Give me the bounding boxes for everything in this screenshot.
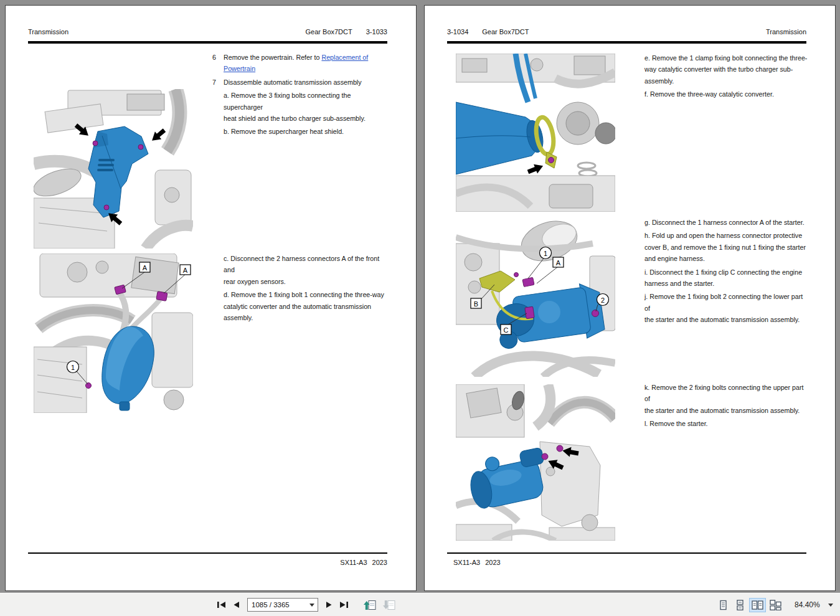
- engine-illustration: [34, 89, 193, 249]
- procedure-steps: g. Disconnect the 1 harness connector A …: [644, 217, 809, 328]
- document-page-right: 3-1034 Gear Box7DCT Transmission: [424, 5, 836, 591]
- footer-year: 2023: [372, 559, 387, 566]
- header-rule: [28, 41, 387, 44]
- next-view-icon: [383, 600, 395, 610]
- last-page-icon: [339, 601, 349, 609]
- engine-illustration: A A 1: [34, 254, 193, 413]
- substep-g: g. Disconnect the 1 harness connector A …: [644, 217, 809, 228]
- first-page-icon: [217, 601, 226, 609]
- facing-view-button[interactable]: [750, 599, 765, 612]
- continuous-facing-view-icon: [770, 600, 781, 610]
- step-6-text: Remove the powertrain. Refer to: [224, 54, 321, 61]
- callout-label-A: A: [183, 267, 188, 274]
- header-section: Transmission: [28, 28, 68, 36]
- substep-k: k. Remove the 2 fixing bolts connecting …: [644, 382, 809, 416]
- page-footer: SX11-A3 2023: [453, 559, 806, 566]
- substep-d: d. Remove the 1 fixing bolt 1 connecting…: [224, 289, 388, 323]
- step-number: 7: [212, 77, 224, 88]
- chevron-down-icon: [309, 604, 314, 607]
- substep-l: l. Remove the starter.: [644, 418, 809, 429]
- callout-label-2: 2: [601, 296, 605, 304]
- procedure-steps: k. Remove the 2 fixing bolts connecting …: [644, 382, 809, 432]
- next-page-icon: [326, 601, 333, 609]
- replacement-of-powertrain-link[interactable]: Replacement of: [321, 54, 368, 61]
- facing-view-icon: [752, 600, 763, 610]
- continuous-view-button[interactable]: [733, 599, 747, 612]
- callout-label-1: 1: [71, 364, 75, 371]
- figure-starter-removal: [456, 384, 615, 541]
- procedure-steps: c. Disconnect the 2 harness connectors A…: [224, 253, 388, 325]
- engine-illustration: 1 A B C 2: [456, 219, 615, 377]
- single-page-view-button[interactable]: [716, 599, 730, 612]
- zoom-level-value: 84.40%: [795, 600, 820, 609]
- figure-catalytic-converter: A A 1: [34, 254, 193, 413]
- header-page-number: 3-1033: [366, 28, 387, 36]
- substep-j: j. Remove the 1 fixing bolt 2 connecting…: [644, 291, 809, 325]
- callout-label-C: C: [504, 326, 509, 334]
- pdf-reader-window: { "colors": { "highlight_part_blue": "#2…: [0, 0, 840, 616]
- substep-e: e. Remove the 1 clamp fixing bolt connec…: [644, 52, 809, 87]
- footer-doc-code: SX11-A3: [340, 559, 367, 566]
- procedure-steps: e. Remove the 1 clamp fixing bolt connec…: [644, 52, 809, 102]
- substep-a: a. Remove the 3 fixing bolts connecting …: [224, 90, 384, 124]
- document-page-left: Transmission Gear Box7DCT 3-1033: [5, 5, 417, 591]
- figure-starter-connections: 1 A B C 2: [456, 219, 615, 377]
- callout-arrow-icon: [526, 161, 545, 177]
- page-number-input[interactable]: [248, 601, 308, 609]
- header-doc-title: Gear Box7DCT: [482, 28, 529, 36]
- substep-b: b. Remove the supercharger heat shield.: [224, 126, 384, 137]
- footer-doc-code: SX11-A3: [453, 559, 480, 566]
- single-page-view-icon: [718, 600, 729, 610]
- callout-label-B: B: [474, 300, 478, 308]
- step-number: 6: [212, 52, 224, 75]
- footer-rule: [447, 552, 806, 554]
- footer-year: 2023: [485, 559, 500, 566]
- page-number-combobox[interactable]: [247, 598, 318, 612]
- previous-page-icon: [233, 601, 240, 609]
- chevron-down-icon: [828, 604, 833, 607]
- footer-rule: [28, 552, 387, 554]
- header-section: Transmission: [766, 28, 806, 36]
- page-header: Transmission Gear Box7DCT 3-1033: [28, 28, 387, 36]
- step-7-text: Disassemble automatic transmission assem…: [224, 77, 384, 88]
- continuous-view-icon: [735, 600, 745, 610]
- replacement-of-powertrain-link[interactable]: Powertrain: [224, 65, 255, 72]
- header-page-number: 3-1034: [447, 28, 468, 36]
- header-rule: [447, 41, 806, 44]
- previous-page-button[interactable]: [231, 600, 242, 610]
- next-page-button[interactable]: [324, 600, 334, 610]
- engine-illustration: [456, 54, 615, 212]
- continuous-facing-view-button[interactable]: [768, 599, 783, 612]
- page-footer: SX11-A3 2023: [34, 559, 387, 566]
- first-page-button[interactable]: [215, 600, 228, 610]
- procedure-steps: 6 Remove the powertrain. Refer to Replac…: [212, 52, 388, 140]
- substep-h: h. Fold up and open the harness connecto…: [644, 230, 809, 264]
- substep-f: f. Remove the three-way catalytic conver…: [644, 88, 809, 100]
- substep-i: i. Disconnect the 1 fixing clip C connec…: [644, 267, 809, 290]
- figure-turbo-clamp-bolt: [456, 54, 615, 212]
- step-6: 6 Remove the powertrain. Refer to Replac…: [212, 52, 388, 75]
- zoom-dropdown-button[interactable]: [826, 602, 835, 608]
- callout-label-A: A: [143, 264, 148, 272]
- page-header: 3-1034 Gear Box7DCT Transmission: [447, 28, 806, 36]
- callout-label-1: 1: [544, 250, 547, 257]
- figure-supercharger-heat-shield: [34, 89, 193, 249]
- engine-illustration: [456, 384, 615, 541]
- header-doc-title: Gear Box7DCT: [306, 28, 352, 36]
- step-7: 7 Disassemble automatic transmission ass…: [212, 77, 388, 88]
- substep-c: c. Disconnect the 2 harness connectors A…: [224, 253, 388, 287]
- page-number-dropdown[interactable]: [308, 604, 318, 607]
- next-view-button[interactable]: [381, 599, 397, 612]
- bottom-toolbar: 84.40%: [0, 592, 840, 616]
- previous-view-button[interactable]: [362, 599, 378, 612]
- callout-label-A: A: [556, 259, 561, 267]
- previous-view-icon: [364, 600, 376, 610]
- last-page-button[interactable]: [337, 600, 351, 610]
